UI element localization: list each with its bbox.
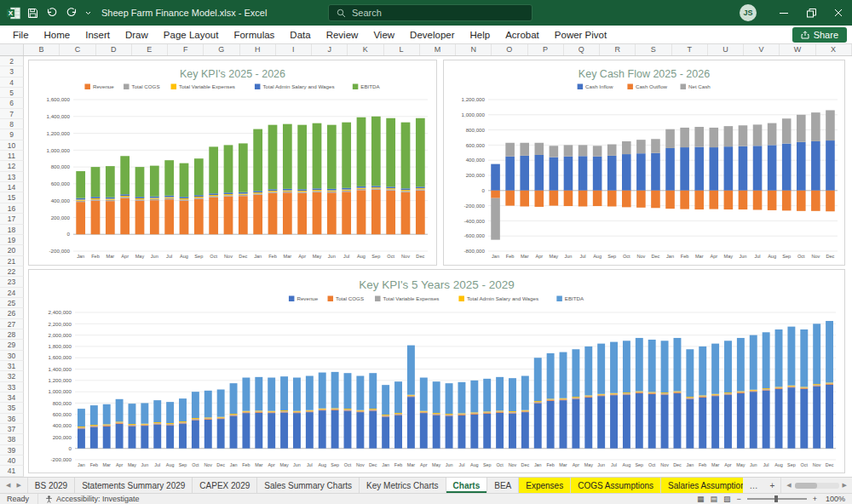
row-header-9[interactable]: 9 [0,129,24,140]
select-all-corner[interactable] [0,44,24,55]
column-header-H[interactable]: H [240,44,276,55]
row-header-37[interactable]: 37 [0,424,24,434]
share-button[interactable]: Share [792,27,847,43]
column-header-J[interactable]: J [312,44,348,55]
column-header-P[interactable]: P [528,44,564,55]
row-header-34[interactable]: 34 [0,392,24,403]
column-header-E[interactable]: E [132,44,168,55]
column-header-N[interactable]: N [456,44,492,55]
sheet-tab-cogs-assumptions[interactable]: COGS Assumptions [571,478,661,493]
column-header-K[interactable]: K [348,44,383,55]
sheet-tab-bs-2029[interactable]: BS 2029 [28,478,75,493]
zoom-slider[interactable] [747,498,807,500]
row-header-29[interactable]: 29 [0,340,24,350]
zoom-in-icon[interactable]: + [813,495,817,503]
sheet-nav-left-icon[interactable]: ◀ [6,482,10,489]
row-header-15[interactable]: 15 [0,192,24,203]
column-header-T[interactable]: T [672,44,708,55]
row-header-28[interactable]: 28 [0,329,24,340]
chart-key-kpis-2025-2026[interactable]: -200,0000200,000400,000600,000800,0001,0… [28,60,437,266]
row-header-6[interactable]: 6 [0,98,24,108]
row-header-7[interactable]: 7 [0,109,24,119]
row-header-40[interactable]: 40 [0,455,24,466]
row-header-41[interactable]: 41 [0,466,24,476]
column-header-C[interactable]: C [60,44,95,55]
column-header-X[interactable]: X [816,44,852,55]
ribbon-tab-review[interactable]: Review [319,26,366,44]
new-sheet-button[interactable]: + [763,478,780,493]
zoom-level[interactable]: 100% [823,495,845,503]
column-header-D[interactable]: D [96,44,132,55]
row-header-18[interactable]: 18 [0,225,24,235]
excel-app-icon[interactable]: X [7,7,20,20]
column-header-Q[interactable]: Q [564,44,600,55]
quick-access-caret-icon[interactable] [85,11,91,15]
zoom-out-icon[interactable]: − [736,495,740,503]
ribbon-tab-view[interactable]: View [366,26,402,44]
column-header-U[interactable]: U [708,44,744,55]
row-header-14[interactable]: 14 [0,182,24,192]
row-header-19[interactable]: 19 [0,235,24,245]
row-header-13[interactable]: 13 [0,172,24,182]
row-header-22[interactable]: 22 [0,266,24,277]
row-header-3[interactable]: 3 [0,66,24,77]
horizontal-scrollbar[interactable]: ◀ ▶ [780,478,852,493]
row-header-21[interactable]: 21 [0,256,24,266]
row-header-36[interactable]: 36 [0,414,24,424]
ribbon-tab-formulas[interactable]: Formulas [226,26,282,44]
column-header-B[interactable]: B [24,44,60,55]
ribbon-tab-draw[interactable]: Draw [118,26,156,44]
sheet-tab-capex-2029[interactable]: CAPEX 2029 [193,478,257,493]
tab-overflow-button[interactable]: … [743,478,763,493]
row-header-24[interactable]: 24 [0,288,24,298]
avatar[interactable]: JS [740,4,757,21]
chart-key-cash-flow-2025-2026[interactable]: -800,000-600,000-400,000-200,0000200,000… [443,60,845,266]
minimize-button[interactable] [770,0,797,26]
row-header-8[interactable]: 8 [0,119,24,129]
column-header-I[interactable]: I [276,44,312,55]
row-header-39[interactable]: 39 [0,445,24,455]
ribbon-tab-insert[interactable]: Insert [78,26,118,44]
ribbon-tab-acrobat[interactable]: Acrobat [498,26,547,44]
ribbon-tab-home[interactable]: Home [37,26,78,44]
row-header-33[interactable]: 33 [0,382,24,392]
row-header-30[interactable]: 30 [0,351,24,361]
row-header-35[interactable]: 35 [0,403,24,413]
zoom-slider-thumb[interactable] [774,495,778,502]
accessibility-status[interactable]: Accessibility: Investigate [37,494,147,504]
scroll-right-icon[interactable]: ▶ [843,482,847,489]
sheet-tab-salaries-assumptions[interactable]: Salaries Assumptions [661,478,743,493]
restore-button[interactable] [797,0,825,26]
column-header-V[interactable]: V [744,44,780,55]
redo-icon[interactable] [66,8,78,18]
column-header-O[interactable]: O [492,44,527,55]
row-header-10[interactable]: 10 [0,140,24,151]
ribbon-tab-help[interactable]: Help [463,26,498,44]
column-header-G[interactable]: G [204,44,239,55]
scrollbar-thumb[interactable] [795,483,817,489]
ribbon-tab-power-pivot[interactable]: Power Pivot [547,26,614,44]
close-button[interactable] [825,0,852,26]
column-header-R[interactable]: R [600,44,636,55]
column-header-W[interactable]: W [780,44,815,55]
row-header-11[interactable]: 11 [0,151,24,161]
column-header-M[interactable]: M [420,44,456,55]
undo-icon[interactable] [46,8,58,18]
normal-view-icon[interactable]: ▦ [697,494,705,504]
sheet-nav-right-icon[interactable]: ▶ [16,482,20,489]
chart-key-kpis-5-years-2025-2029[interactable]: -200,0000200,000400,000600,000800,0001,0… [28,269,845,473]
column-header-S[interactable]: S [636,44,671,55]
row-header-32[interactable]: 32 [0,371,24,381]
row-header-23[interactable]: 23 [0,277,24,287]
ribbon-tab-data[interactable]: Data [282,26,318,44]
sheet-tab-expenses[interactable]: Expenses [519,478,571,493]
row-header-26[interactable]: 26 [0,308,24,318]
column-header-L[interactable]: L [384,44,420,55]
row-header-27[interactable]: 27 [0,319,24,329]
row-header-38[interactable]: 38 [0,434,24,444]
search-box[interactable]: Search [328,4,532,21]
row-header-25[interactable]: 25 [0,298,24,308]
ribbon-tab-page-layout[interactable]: Page Layout [156,26,227,44]
row-header-20[interactable]: 20 [0,245,24,255]
column-header-F[interactable]: F [168,44,204,55]
